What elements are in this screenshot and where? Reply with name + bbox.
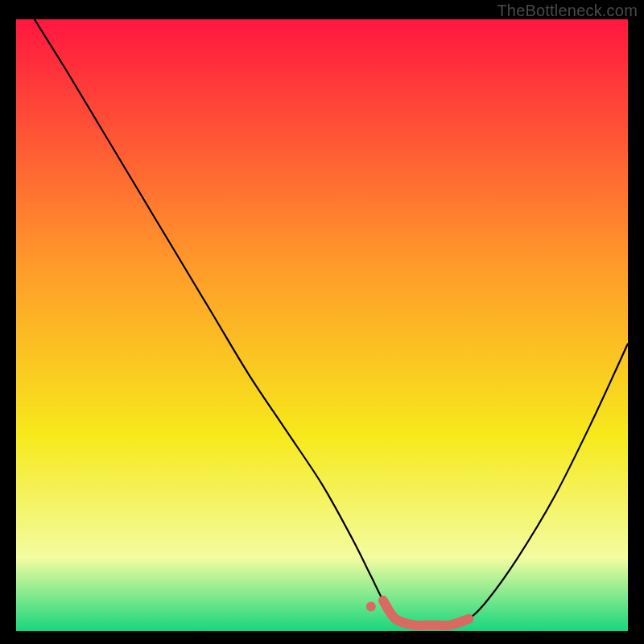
gradient-background xyxy=(16,19,628,631)
chart-frame: TheBottleneck.com xyxy=(0,0,644,644)
chart-svg xyxy=(16,19,628,631)
chart-plot-area xyxy=(16,19,628,631)
start-marker-dot xyxy=(366,602,376,612)
watermark-text: TheBottleneck.com xyxy=(497,2,638,20)
